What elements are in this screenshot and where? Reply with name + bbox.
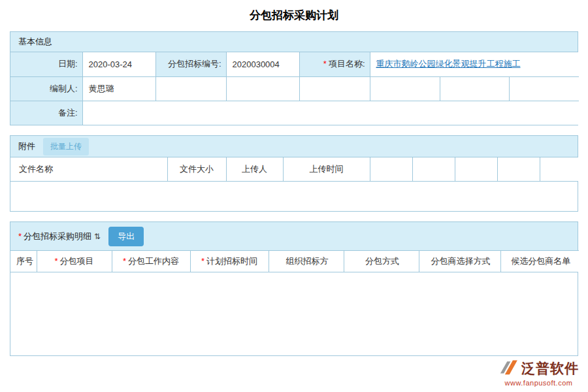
detail-section-title: 分包招标采购明细 [24,231,91,242]
compiler-value: 黄思璐 [82,76,155,101]
column-header-empty [497,157,540,181]
fanpu-logo-row: 泛普软件 [498,359,579,378]
column-header-work-content: *分包工作内容 [112,251,190,272]
required-asterisk: * [18,231,22,241]
basic-info-section-header: 基本信息 [10,32,578,52]
empty-cell [226,76,299,101]
sort-icon[interactable]: ⇅ [94,232,101,241]
empty-cell [155,76,226,101]
column-header-seq-label: 序号 [16,256,33,266]
empty-cell [509,76,579,101]
project-name-label: *项目名称: [299,52,370,76]
fanpu-logo: 泛普软件 www.fanpusoft.com [498,359,579,387]
detail-empty-body [10,272,578,355]
column-header-planned-bid-time: *计划招标时间 [190,251,269,272]
detail-header-row: 序号 *分包项目 *分包工作内容 *计划招标时间 组织招标方 分包方式 分包商选… [10,251,579,272]
column-header-upload-time: 上传时间 [283,157,370,181]
detail-table: 序号 *分包项目 *分包工作内容 *计划招标时间 组织招标方 分包方式 分包商选… [10,250,579,272]
column-header-file-size: 文件大小 [167,157,226,181]
column-header-candidate-list-label: 候选分包商名单 [511,256,570,266]
required-asterisk: * [123,256,126,266]
column-header-work-content-label: 分包工作内容 [128,256,179,266]
date-value: 2020-03-24 [82,52,155,76]
remark-label: 备注: [10,101,82,125]
batch-upload-button[interactable]: 批量上传 [43,138,89,155]
column-header-empty [370,157,412,181]
column-header-subcontract-method-label: 分包方式 [365,256,399,266]
basic-info-section: 基本信息 日期: 2020-03-24 分包招标编号: 2020030004 *… [10,31,578,125]
bid-number-value: 2020030004 [226,52,299,76]
attachments-section-title: 附件 [18,140,35,152]
export-button[interactable]: 导出 [108,227,144,246]
required-asterisk: * [54,256,57,266]
project-name-label-text: 项目名称: [329,59,365,69]
column-header-file-name: 文件名称 [10,157,167,181]
column-header-empty [540,157,579,181]
detail-section: * 分包招标采购明细 ⇅ 导出 序号 *分包项目 *分包工作内容 *计划招标时间… [10,221,578,356]
column-header-organizer: 组织招标方 [269,251,344,272]
basic-info-row-3: 备注: [10,101,579,125]
fanpu-website: www.fanpusoft.com [498,379,579,387]
column-header-empty [412,157,455,181]
column-header-subcontract-project-label: 分包项目 [60,256,94,266]
detail-section-header: * 分包招标采购明细 ⇅ 导出 [10,222,578,250]
column-header-subcontract-project: *分包项目 [37,251,112,272]
fanpu-logo-text: 泛普软件 [521,359,579,378]
remark-value [82,101,579,125]
project-name-cell: 重庆市鹅岭公园绿化景观提升工程施工 [370,52,579,76]
attachments-table: 文件名称 文件大小 上传人 上传时间 [10,157,579,181]
column-header-selection-method-label: 分包商选择方式 [431,256,491,266]
empty-cell [440,76,509,101]
compiler-label: 编制人: [10,76,82,101]
basic-info-table: 日期: 2020-03-24 分包招标编号: 2020030004 *项目名称:… [10,52,579,125]
attachments-header-row: 文件名称 文件大小 上传人 上传时间 [10,157,579,181]
fanpu-logo-icon [498,359,518,378]
column-header-empty [455,157,497,181]
attachments-section-header: 附件 批量上传 [10,136,578,157]
basic-info-row-1: 日期: 2020-03-24 分包招标编号: 2020030004 *项目名称:… [10,52,579,76]
column-header-selection-method: 分包商选择方式 [419,251,500,272]
bid-number-label: 分包招标编号: [155,52,226,76]
empty-cell [299,76,370,101]
column-header-seq: 序号 [10,251,37,272]
project-name-link[interactable]: 重庆市鹅岭公园绿化景观提升工程施工 [376,59,521,69]
column-header-uploader: 上传人 [226,157,283,181]
attachments-empty-body [10,181,578,211]
date-label: 日期: [10,52,82,76]
attachments-section: 附件 批量上传 文件名称 文件大小 上传人 上传时间 [10,135,578,212]
page-title: 分包招标采购计划 [0,0,588,31]
required-asterisk: * [201,256,204,266]
basic-info-section-title: 基本信息 [18,36,52,48]
empty-cell [370,76,440,101]
column-header-organizer-label: 组织招标方 [286,256,329,266]
column-header-candidate-list: 候选分包商名单 [500,251,579,272]
column-header-planned-bid-time-label: 计划招标时间 [206,256,257,266]
required-asterisk: * [323,59,327,69]
basic-info-row-2: 编制人: 黄思璐 [10,76,579,101]
column-header-subcontract-method: 分包方式 [344,251,419,272]
